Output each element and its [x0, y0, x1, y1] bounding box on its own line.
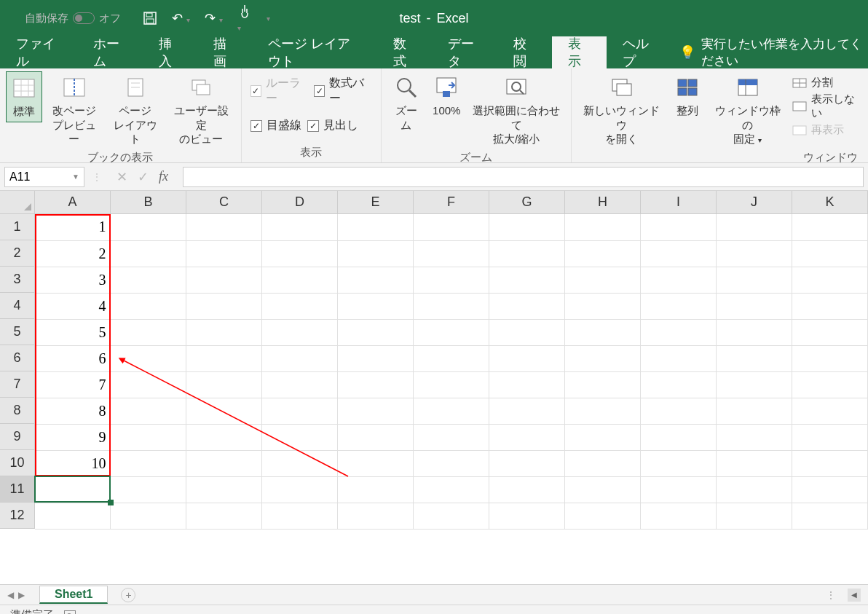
cell-B7[interactable] — [111, 371, 186, 398]
new-window-button[interactable]: 新しいウィンドウ を開く — [577, 71, 666, 149]
row-header-2[interactable]: 2 — [0, 240, 35, 267]
cell-K9[interactable] — [792, 424, 868, 450]
row-header-5[interactable]: 5 — [0, 319, 35, 345]
spreadsheet-grid[interactable]: ABCDEFGHIJK 123456789101112 12345678910 — [0, 191, 868, 584]
cell-K12[interactable] — [792, 503, 868, 529]
column-header-K[interactable]: K — [792, 191, 868, 214]
cell-K1[interactable] — [792, 214, 868, 240]
cell-A12[interactable] — [35, 503, 111, 529]
tab-help[interactable]: ヘルプ — [607, 36, 672, 68]
tab-page-layout[interactable]: ページ レイアウト — [252, 36, 377, 68]
cell-F7[interactable] — [414, 371, 489, 398]
cell-J9[interactable] — [717, 424, 792, 450]
cell-A9[interactable]: 9 — [35, 424, 111, 450]
cell-D9[interactable] — [262, 424, 338, 450]
cell-C7[interactable] — [186, 371, 262, 398]
cell-I3[interactable] — [641, 267, 717, 293]
cell-A6[interactable]: 6 — [35, 345, 111, 371]
hide-button[interactable]: 表示しない — [789, 91, 862, 122]
row-header-7[interactable]: 7 — [0, 371, 35, 398]
row-header-1[interactable]: 1 — [0, 214, 35, 240]
cell-H7[interactable] — [565, 371, 641, 398]
cell-E12[interactable] — [338, 503, 414, 529]
cell-C2[interactable] — [186, 240, 262, 267]
cell-B6[interactable] — [111, 345, 186, 371]
cell-B9[interactable] — [111, 424, 186, 450]
cell-J4[interactable] — [717, 293, 792, 319]
cell-I5[interactable] — [641, 319, 717, 345]
tab-review[interactable]: 校閲 — [497, 36, 552, 68]
autosave-switch-icon[interactable] — [73, 12, 95, 24]
zoom-button[interactable]: ズーム — [387, 71, 426, 135]
cell-H1[interactable] — [565, 214, 641, 240]
cell-J7[interactable] — [717, 371, 792, 398]
arrange-all-button[interactable]: 整列 — [669, 71, 706, 121]
cell-J2[interactable] — [717, 240, 792, 267]
cell-B1[interactable] — [111, 214, 186, 240]
redo-icon[interactable]: ↷ ▾ — [205, 10, 223, 26]
cell-D11[interactable] — [262, 476, 338, 503]
cell-A4[interactable]: 4 — [35, 293, 111, 319]
cell-K7[interactable] — [792, 371, 868, 398]
cell-A5[interactable]: 5 — [35, 319, 111, 345]
cell-D3[interactable] — [262, 267, 338, 293]
cell-C9[interactable] — [186, 424, 262, 450]
column-header-F[interactable]: F — [414, 191, 489, 214]
cell-I4[interactable] — [641, 293, 717, 319]
cell-J10[interactable] — [717, 450, 792, 476]
row-header-3[interactable]: 3 — [0, 267, 35, 293]
cell-G4[interactable] — [489, 293, 565, 319]
gridlines-checkbox[interactable]: 目盛線 — [248, 114, 304, 138]
page-break-preview-button[interactable]: 改ページ プレビュー — [45, 71, 103, 149]
cell-B3[interactable] — [111, 267, 186, 293]
cell-B4[interactable] — [111, 293, 186, 319]
cell-B11[interactable] — [111, 476, 186, 503]
custom-views-button[interactable]: ユーザー設定 のビュー — [167, 71, 234, 149]
column-header-H[interactable]: H — [565, 191, 641, 214]
cell-D7[interactable] — [262, 371, 338, 398]
cell-G1[interactable] — [489, 214, 565, 240]
column-header-C[interactable]: C — [186, 191, 262, 214]
cell-C3[interactable] — [186, 267, 262, 293]
cell-A10[interactable]: 10 — [35, 450, 111, 476]
column-header-D[interactable]: D — [262, 191, 338, 214]
cell-B2[interactable] — [111, 240, 186, 267]
cell-I11[interactable] — [641, 476, 717, 503]
hscroll-left-icon[interactable]: ◀ — [848, 589, 861, 602]
tab-grip-icon[interactable]: ⋮ — [826, 589, 837, 601]
cell-I8[interactable] — [641, 398, 717, 424]
cell-D5[interactable] — [262, 319, 338, 345]
tell-me-search[interactable]: 💡 実行したい作業を入力してください — [679, 36, 868, 68]
cell-F1[interactable] — [414, 214, 489, 240]
cell-C4[interactable] — [186, 293, 262, 319]
normal-view-button[interactable]: 標準 — [6, 71, 42, 122]
sheet-nav-next-icon[interactable]: ▶ — [18, 590, 25, 600]
cell-F5[interactable] — [414, 319, 489, 345]
cell-F2[interactable] — [414, 240, 489, 267]
row-header-4[interactable]: 4 — [0, 293, 35, 319]
cell-G5[interactable] — [489, 319, 565, 345]
tab-file[interactable]: ファイル — [0, 36, 77, 68]
cell-G2[interactable] — [489, 240, 565, 267]
cell-I12[interactable] — [641, 503, 717, 529]
cell-D1[interactable] — [262, 214, 338, 240]
cell-H12[interactable] — [565, 503, 641, 529]
cell-A8[interactable]: 8 — [35, 398, 111, 424]
cell-F11[interactable] — [414, 476, 489, 503]
cell-F4[interactable] — [414, 293, 489, 319]
row-header-10[interactable]: 10 — [0, 450, 35, 476]
macro-record-icon[interactable] — [64, 610, 76, 615]
cell-K4[interactable] — [792, 293, 868, 319]
cell-I10[interactable] — [641, 450, 717, 476]
cell-J8[interactable] — [717, 398, 792, 424]
qat-customize-icon[interactable]: ▾ — [267, 15, 270, 23]
cell-E8[interactable] — [338, 398, 414, 424]
formula-input[interactable] — [183, 167, 864, 187]
tab-view[interactable]: 表示 — [552, 36, 607, 68]
cell-G9[interactable] — [489, 424, 565, 450]
cell-G12[interactable] — [489, 503, 565, 529]
cell-C8[interactable] — [186, 398, 262, 424]
cell-K8[interactable] — [792, 398, 868, 424]
tab-data[interactable]: データ — [432, 36, 497, 68]
cell-J12[interactable] — [717, 503, 792, 529]
